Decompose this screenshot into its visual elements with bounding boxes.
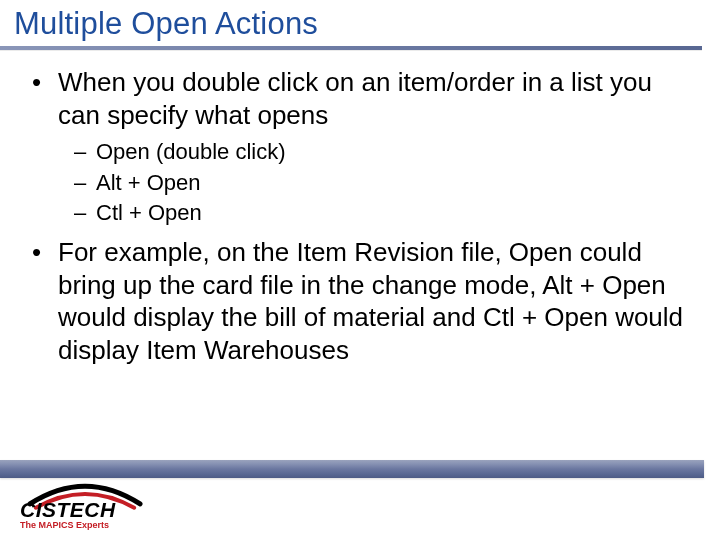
bullet-text: For example, on the Item Revision file, … [58, 237, 683, 365]
bullet-list: When you double click on an item/order i… [32, 66, 694, 366]
logo-name-text: CISTECH [20, 498, 116, 522]
logo-tagline-text: The MAPICS Experts [20, 520, 109, 530]
slide-title: Multiple Open Actions [0, 0, 720, 44]
sub-bullet-item: Ctl + Open [74, 198, 694, 228]
sub-bullet-list: Open (double click) Alt + Open Ctl + Ope… [74, 137, 694, 228]
sub-bullet-item: Alt + Open [74, 168, 694, 198]
sub-bullet-text: Alt + Open [96, 170, 201, 195]
bullet-item: When you double click on an item/order i… [32, 66, 694, 228]
sub-bullet-text: Ctl + Open [96, 200, 202, 225]
sub-bullet-text: Open (double click) [96, 139, 286, 164]
bullet-text: When you double click on an item/order i… [58, 67, 652, 130]
footer-logo: CISTECH The MAPICS Experts [20, 482, 170, 528]
sub-bullet-item: Open (double click) [74, 137, 694, 167]
bullet-item: For example, on the Item Revision file, … [32, 236, 694, 366]
slide-body: When you double click on an item/order i… [0, 66, 720, 366]
footer-divider-bar [0, 460, 704, 478]
slide: Multiple Open Actions When you double cl… [0, 0, 720, 540]
title-underline [0, 46, 702, 50]
